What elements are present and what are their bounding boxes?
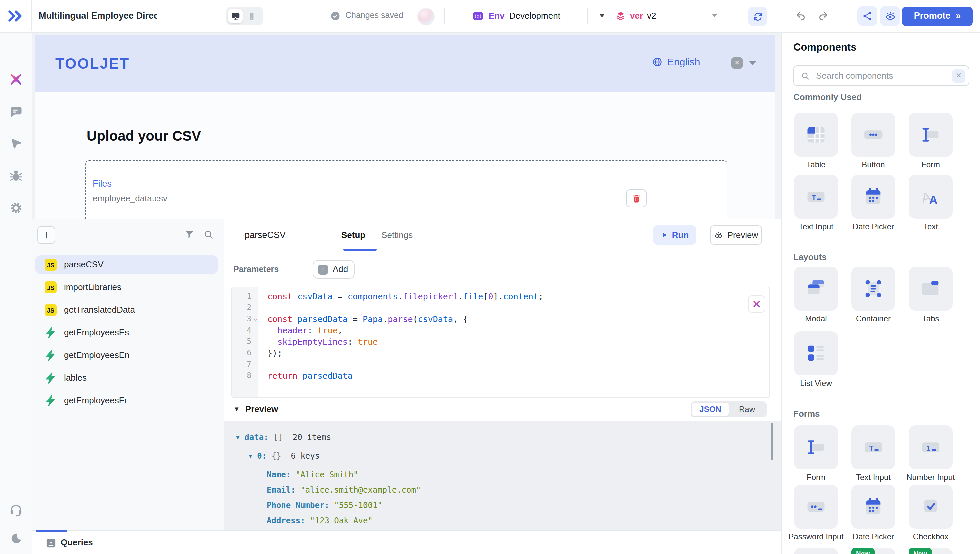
dark-mode-toggle[interactable] xyxy=(8,531,24,547)
avatar[interactable] xyxy=(417,8,435,25)
component-card-list-view[interactable]: List View xyxy=(788,331,845,388)
app-title[interactable]: Multilingual Employee Directory xyxy=(39,0,158,31)
component-card-partial: New xyxy=(908,548,953,554)
component-label: List View xyxy=(800,379,832,388)
app-preview-button[interactable] xyxy=(880,6,900,26)
promote-button[interactable]: Promote » xyxy=(902,7,973,26)
json-tree-row[interactable]: ▼ data: [] 20 items xyxy=(224,430,781,445)
help-button[interactable] xyxy=(8,502,24,518)
component-card-text-input[interactable]: TText Input xyxy=(845,425,902,482)
redo-button[interactable] xyxy=(817,10,829,22)
component-card-container[interactable]: Container xyxy=(845,267,902,324)
version-selector[interactable]: ver v2 xyxy=(615,0,656,31)
preview-mode-raw[interactable]: Raw xyxy=(729,403,765,416)
component-card-tabs[interactable]: Tabs xyxy=(902,267,959,324)
preview-query-button[interactable]: Preview xyxy=(710,225,762,245)
add-parameter-button[interactable]: + Add xyxy=(313,260,355,279)
run-query-button[interactable]: Run xyxy=(653,225,696,245)
tooljet-ai-button[interactable] xyxy=(748,295,765,313)
code-line: return parsedData xyxy=(267,370,769,381)
query-list-item[interactable]: JSgetTranslatedData xyxy=(35,301,218,319)
add-label: Add xyxy=(332,264,348,274)
component-card[interactable]: New xyxy=(902,548,959,554)
filter-queries-button[interactable] xyxy=(184,229,195,240)
undo-button[interactable] xyxy=(795,10,807,22)
comments-button[interactable] xyxy=(8,104,24,120)
component-label: Text Input xyxy=(799,222,833,232)
query-list-item[interactable]: getEmployeesFr xyxy=(35,391,218,410)
search-components-input[interactable] xyxy=(815,70,947,81)
line-number: 4 xyxy=(232,325,258,336)
component-card[interactable] xyxy=(788,548,845,554)
query-list-item[interactable]: getEmployeesEn xyxy=(35,346,218,365)
query-list-item[interactable]: JSimportLibraries xyxy=(35,278,218,297)
component-card[interactable]: New xyxy=(845,548,902,554)
scrollbar-thumb[interactable] xyxy=(771,423,773,460)
file-picker-widget[interactable]: Files employee_data.csv xyxy=(85,160,727,219)
query-list-item[interactable]: getEmployeesEs xyxy=(35,323,218,342)
line-number: 7 xyxy=(232,359,258,370)
component-card-table[interactable]: Table xyxy=(788,113,845,170)
component-card-button[interactable]: Button xyxy=(845,113,902,170)
mobile-layout-button[interactable] xyxy=(244,9,259,23)
run-label: Run xyxy=(672,230,689,240)
search-queries-button[interactable] xyxy=(203,229,214,240)
code-lines[interactable]: const csvData = components.filepicker1.f… xyxy=(258,287,769,397)
tab-setup[interactable]: Setup xyxy=(341,230,365,240)
add-query-button[interactable] xyxy=(37,226,55,244)
queries-panel-toggle[interactable]: Queries xyxy=(46,531,93,554)
sync-environment-button[interactable] xyxy=(748,7,767,26)
desktop-layout-button[interactable] xyxy=(228,9,243,23)
tab-settings[interactable]: Settings xyxy=(381,230,413,240)
query-list-item[interactable]: JSparseCSV xyxy=(35,255,218,274)
expand-arrow-icon: ▼ xyxy=(236,434,240,441)
collapse-caret-icon[interactable]: ▼ xyxy=(233,405,240,413)
clear-search-icon[interactable]: ✕ xyxy=(952,69,965,82)
share-button[interactable] xyxy=(858,6,877,26)
environment-selector[interactable]: (x) Env Development xyxy=(472,0,605,31)
pages-button[interactable] xyxy=(8,71,24,88)
code-line: }); xyxy=(267,347,769,359)
component-card-checkbox[interactable]: Checkbox xyxy=(902,485,959,542)
top-header: Multilingual Employee Directory Changes … xyxy=(0,0,980,33)
json-tree-row[interactable]: ▼ 0: {} 6 keys xyxy=(224,449,781,464)
canvas-page[interactable]: TOOLJET English ✕ Upload your CSV Files … xyxy=(35,35,775,219)
tooljet-logo-icon[interactable] xyxy=(7,8,23,24)
component-card-number-input[interactable]: 1Number Input xyxy=(902,425,959,482)
share-icon xyxy=(862,11,873,21)
db-query-icon xyxy=(45,349,57,361)
query-editor-header: parseCSV SetupSettings Run Preview xyxy=(224,219,781,252)
debugger-button[interactable] xyxy=(8,168,24,184)
widget-close-icon[interactable]: ✕ xyxy=(731,57,743,68)
component-card-password-input[interactable]: Password Input xyxy=(788,485,845,542)
query-list-item[interactable]: lables xyxy=(35,369,218,387)
component-label: Tabs xyxy=(922,314,939,324)
component-label: Form xyxy=(807,473,825,482)
component-card-modal[interactable]: Modal xyxy=(788,267,845,324)
language-selector[interactable]: English xyxy=(652,56,700,68)
divider xyxy=(31,0,32,31)
preview-mode-json[interactable]: JSON xyxy=(692,403,729,416)
component-card-date-picker[interactable]: Date Picker xyxy=(845,485,902,542)
env-value: Development xyxy=(509,10,560,21)
component-card-form[interactable]: Form xyxy=(788,425,845,482)
settings-button[interactable] xyxy=(8,200,24,216)
component-label: Checkbox xyxy=(913,532,949,542)
component-card-form[interactable]: Form xyxy=(902,113,959,170)
expand-arrow-icon: ▼ xyxy=(249,453,252,459)
component-card-text-input[interactable]: TText Input xyxy=(788,175,845,232)
component-card-text[interactable]: AAText xyxy=(902,175,959,232)
remove-file-button[interactable] xyxy=(626,189,647,207)
header-container-widget[interactable]: TOOLJET English ✕ xyxy=(35,35,775,92)
code-editor[interactable]: 123⌄45678 const csvData = components.fil… xyxy=(231,287,770,398)
bottom-bar: Queries xyxy=(32,530,781,554)
dropdown-caret-icon[interactable] xyxy=(749,61,756,65)
preview-output[interactable]: ▼ data: [] 20 items▼ 0: {} 6 keysName: "… xyxy=(224,421,781,531)
inspector-button[interactable] xyxy=(8,135,24,151)
component-card-date-picker[interactable]: Date Picker xyxy=(845,175,902,232)
chevron-down-icon[interactable] xyxy=(712,14,718,18)
javascript-icon: JS xyxy=(45,304,57,316)
component-card-partial: New xyxy=(851,548,895,554)
query-name[interactable]: parseCSV xyxy=(245,219,286,251)
fold-caret-icon[interactable]: ⌄ xyxy=(254,313,257,325)
